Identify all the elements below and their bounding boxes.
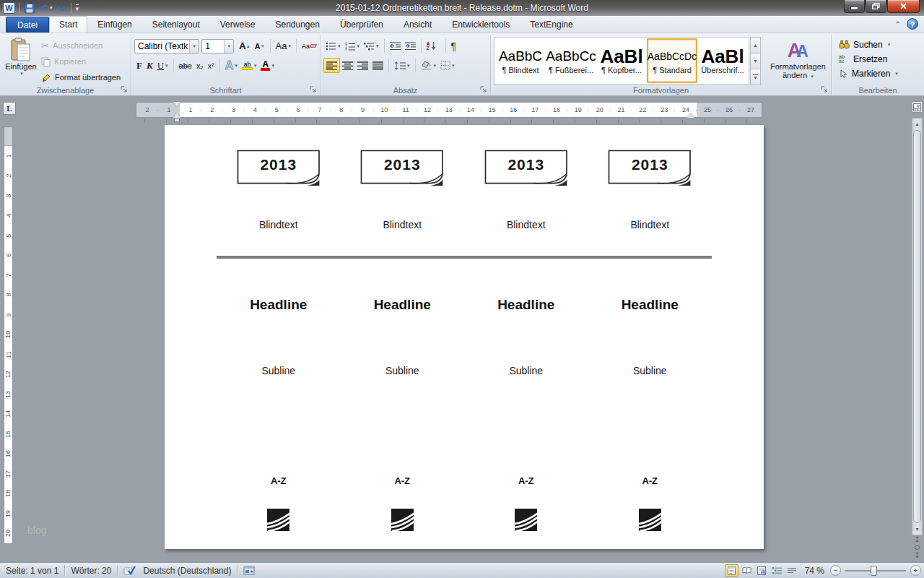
multilevel-list-button[interactable]: ▾: [362, 38, 381, 53]
print-layout-view-button[interactable]: [725, 564, 738, 577]
font-color-button[interactable]: A ▾: [258, 58, 276, 73]
increase-indent-button[interactable]: [403, 38, 418, 53]
shrink-font-button[interactable]: A▼: [253, 38, 267, 53]
undo-dropdown[interactable]: ▾: [50, 6, 53, 10]
font-name-dropdown-icon[interactable]: ▾: [189, 40, 199, 53]
scrollbar-thumb[interactable]: [913, 130, 921, 523]
align-right-button[interactable]: [355, 58, 370, 73]
replace-button[interactable]: abac Ersetzen: [839, 52, 924, 66]
dialog-launcher-icon[interactable]: [480, 86, 487, 93]
font-size-combo[interactable]: 1 ▾: [201, 39, 234, 53]
paste-button[interactable]: Einfügen ▾: [3, 36, 39, 85]
minimize-button[interactable]: [844, 0, 865, 13]
gallery-more-icon[interactable]: ▼: [750, 69, 761, 85]
scroll-down-icon[interactable]: ▼: [912, 524, 922, 535]
select-button[interactable]: Markieren▾: [839, 66, 924, 81]
dialog-launcher-icon[interactable]: [310, 86, 317, 93]
zoom-in-button[interactable]: +: [910, 565, 921, 576]
dialog-launcher-icon[interactable]: [821, 86, 828, 93]
font-name-combo[interactable]: Calibri (Textk ▾: [134, 39, 199, 53]
ribbon-tab[interactable]: Ansicht: [393, 16, 442, 33]
ribbon-tab[interactable]: Verweise: [210, 16, 266, 33]
zoom-slider-handle[interactable]: [871, 566, 877, 576]
zoom-level[interactable]: 74 %: [801, 563, 829, 578]
document-page[interactable]: 2013 Blindtext Headline Subline A-Z: [165, 125, 764, 549]
shading-button[interactable]: ▾: [419, 58, 439, 73]
style-card[interactable]: AaBbC ¶ Blindtext: [495, 38, 546, 83]
grow-font-button[interactable]: A▲: [237, 38, 252, 53]
style-card[interactable]: AaBbCcDc ¶ Standard: [647, 38, 697, 83]
strikethrough-button[interactable]: abe: [177, 58, 194, 73]
ribbon-tab[interactable]: Einfügen: [87, 16, 141, 33]
hanging-indent-marker[interactable]: [173, 113, 180, 118]
tab-stop-selector[interactable]: L: [3, 102, 16, 115]
italic-button[interactable]: K: [144, 58, 155, 73]
minimize-ribbon-icon[interactable]: ⌃: [895, 20, 901, 28]
first-line-indent-marker[interactable]: [173, 102, 180, 107]
justify-button[interactable]: [370, 58, 385, 73]
previous-page-icon[interactable]: ▲▲: [915, 535, 920, 543]
highlight-button[interactable]: ab ▾: [240, 58, 259, 73]
sort-button[interactable]: AZ: [424, 38, 438, 53]
copy-button[interactable]: Kopieren: [39, 54, 123, 69]
align-center-button[interactable]: [340, 58, 355, 73]
cut-button[interactable]: ✂ Ausschneiden: [39, 38, 123, 53]
draft-view-button[interactable]: [785, 564, 799, 577]
select-browse-object-icon[interactable]: [915, 545, 920, 550]
subscript-button[interactable]: x₂: [194, 58, 206, 73]
borders-button[interactable]: ▾: [438, 58, 457, 73]
save-button[interactable]: [23, 1, 36, 14]
word-count[interactable]: Wörter: 20: [65, 563, 117, 578]
style-card[interactable]: AaBbCc ¶ Fußberei...: [546, 38, 596, 83]
right-indent-marker[interactable]: [687, 113, 694, 118]
vertical-scrollbar[interactable]: ▲ ▼: [912, 118, 923, 535]
outline-view-button[interactable]: [770, 564, 784, 577]
fullscreen-reading-view-button[interactable]: [740, 564, 754, 577]
tab-datei[interactable]: Datei: [6, 17, 49, 33]
decrease-indent-button[interactable]: [388, 38, 403, 53]
change-styles-button[interactable]: AA Formatvorlagen ändern ▾: [767, 37, 829, 85]
find-button[interactable]: Suchen▾: [839, 38, 924, 52]
ribbon-tab[interactable]: TextEngine: [520, 16, 583, 33]
bold-button[interactable]: F: [134, 58, 144, 73]
ribbon-tab[interactable]: Sendungen: [265, 16, 329, 33]
ribbon-tab[interactable]: Start: [49, 16, 87, 33]
language-indicator[interactable]: Deutsch (Deutschland): [141, 563, 237, 578]
help-icon[interactable]: ?: [907, 18, 918, 30]
undo-button[interactable]: ▾: [38, 1, 53, 14]
zoom-slider-track[interactable]: [845, 570, 906, 571]
change-case-button[interactable]: Aa▾: [274, 38, 293, 53]
format-painter-button[interactable]: Format übertragen: [39, 70, 123, 85]
proofing-status[interactable]: [118, 563, 141, 578]
next-page-icon[interactable]: ▼▼: [915, 552, 920, 559]
ruler-toggle-button[interactable]: [912, 101, 923, 113]
style-card[interactable]: AaBl ¶ Kopfber...: [596, 38, 647, 83]
clear-formatting-button[interactable]: Aa: [300, 38, 318, 53]
web-layout-view-button[interactable]: [755, 564, 769, 577]
page-indicator[interactable]: Seite: 1 von 1: [0, 563, 64, 578]
bullets-button[interactable]: ▾: [323, 38, 343, 53]
zoom-out-button[interactable]: −: [830, 565, 841, 576]
gallery-up-icon[interactable]: ▲: [750, 37, 761, 53]
gallery-down-icon[interactable]: ▼: [750, 53, 761, 69]
text-effects-button[interactable]: A▾: [223, 58, 240, 73]
numbering-button[interactable]: 123▾: [343, 38, 362, 53]
restore-button[interactable]: [866, 0, 886, 13]
close-button[interactable]: [887, 0, 920, 13]
superscript-button[interactable]: x²: [206, 58, 217, 73]
ribbon-tab[interactable]: Entwicklertools: [442, 16, 520, 33]
word-app-icon[interactable]: W: [3, 2, 15, 14]
font-size-dropdown-icon[interactable]: ▾: [224, 40, 233, 53]
align-left-button[interactable]: [323, 58, 340, 73]
customize-qat-button[interactable]: ▾: [75, 1, 80, 14]
dialog-launcher-icon[interactable]: [121, 86, 128, 93]
show-paragraph-marks-button[interactable]: ¶: [449, 38, 459, 53]
line-spacing-button[interactable]: ▾: [392, 58, 412, 73]
macro-record-button[interactable]: [237, 563, 261, 578]
scroll-up-icon[interactable]: ▲: [912, 118, 922, 129]
ribbon-tab[interactable]: Überprüfen: [330, 16, 393, 33]
style-card[interactable]: AaBl Überschrif...: [697, 38, 748, 83]
redo-button[interactable]: [56, 1, 67, 14]
ribbon-tab[interactable]: Seitenlayout: [142, 16, 210, 33]
left-indent-marker[interactable]: [174, 118, 180, 122]
